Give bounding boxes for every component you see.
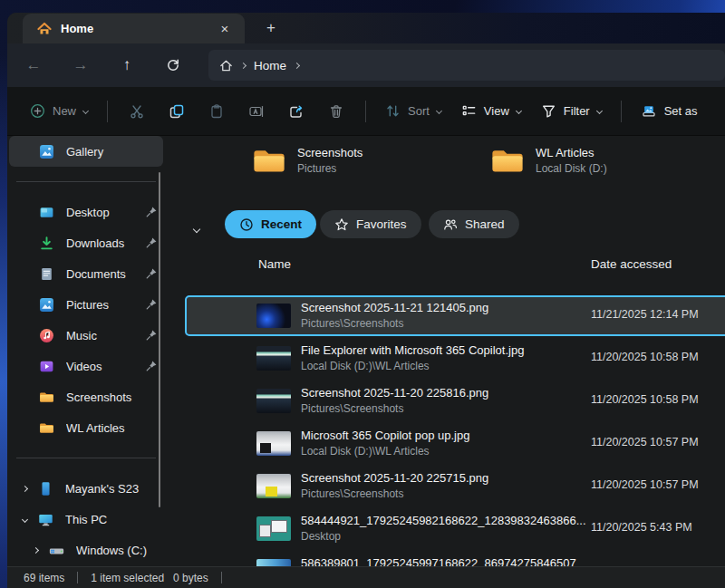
tab-recent[interactable]: Recent [225, 210, 316, 238]
forward-icon[interactable]: → [65, 51, 96, 80]
column-headers: Name Date accessed [181, 257, 725, 275]
share-icon[interactable] [276, 95, 316, 128]
file-thumbnail [256, 474, 291, 498]
sidebar-scrollbar[interactable] [159, 172, 160, 507]
file-row[interactable]: File Explorer with Microsoft 365 Copilot… [185, 338, 725, 379]
breadcrumb-home-icon[interactable] [219, 59, 233, 72]
plus-circle-icon [30, 103, 45, 119]
sort-icon [385, 103, 401, 119]
drive-icon [49, 543, 64, 558]
file-thumbnail [256, 516, 291, 541]
home-tab-icon [37, 22, 52, 36]
sidebar-item-documents[interactable]: Documents [9, 258, 163, 289]
sidebar-item-wl-articles[interactable]: WL Articles [9, 412, 163, 443]
set-as-button[interactable]: Set as [631, 95, 708, 128]
tile-location: Pictures [297, 162, 362, 175]
chevron-down-icon [516, 108, 522, 114]
chevron-down-icon [436, 108, 442, 114]
delete-icon[interactable] [316, 95, 356, 128]
expand-chevron-icon[interactable] [20, 487, 29, 491]
new-tab-button[interactable]: + [259, 16, 283, 40]
tile-location: Local Disk (D:) [536, 162, 607, 175]
expand-chevron-icon[interactable] [31, 548, 40, 553]
videos-icon [39, 359, 54, 374]
back-icon[interactable]: ← [18, 51, 49, 80]
rename-icon[interactable] [237, 95, 276, 128]
selection-count: 1 item selected [91, 572, 164, 584]
breadcrumb[interactable]: Home [208, 50, 725, 81]
sidebar-item-phone[interactable]: Mayank's S23 [9, 473, 163, 504]
file-row[interactable]: Microsoft 365 Copilot pop up.jpg Local D… [185, 423, 725, 464]
file-list: Screenshot 2025-11-21 121405.png Picture… [181, 295, 725, 566]
up-icon[interactable]: ↑ [111, 51, 142, 80]
file-row[interactable]: Screenshot 2025-11-20 225816.png Picture… [185, 381, 725, 421]
status-divider [221, 572, 222, 583]
clock-icon [239, 217, 254, 232]
file-explorer-window: Home × + ← → ↑ Home [7, 13, 725, 588]
toolbar-divider [365, 101, 366, 122]
tab-shared[interactable]: Shared [429, 210, 519, 238]
pin-icon [145, 267, 158, 280]
phone-icon [38, 481, 53, 496]
tab-home[interactable]: Home × [23, 14, 245, 43]
set-as-background-icon [641, 103, 657, 120]
breadcrumb-separator-icon[interactable] [294, 62, 300, 68]
sidebar-item-windows-c[interactable]: Windows (C:) [9, 535, 163, 565]
cut-icon[interactable] [117, 95, 157, 128]
pin-icon [145, 329, 158, 342]
sidebar-divider [16, 458, 156, 458]
gallery-icon [39, 144, 54, 159]
sidebar-item-desktop[interactable]: Desktop [9, 197, 163, 227]
sidebar-item-videos[interactable]: Videos [9, 351, 163, 381]
folder-tile-wl-articles[interactable]: WL Articles Local Disk (D:) [490, 140, 607, 180]
file-thumbnail [256, 304, 291, 328]
computer-icon [38, 512, 53, 527]
tile-name: Screenshots [297, 146, 362, 159]
pin-icon [145, 206, 158, 218]
item-count: 69 items [24, 572, 64, 584]
file-row[interactable]: Screenshot 2025-11-20 225715.png Picture… [185, 466, 725, 506]
folder-icon [252, 147, 286, 175]
toolbar-divider [621, 101, 622, 122]
paste-icon[interactable] [197, 95, 237, 128]
new-button[interactable]: New [20, 95, 98, 128]
status-bar: 69 items 1 item selected 0 bytes [7, 566, 725, 588]
star-icon [334, 217, 349, 232]
navigation-bar: ← → ↑ Home [7, 43, 725, 87]
command-bar: New [7, 87, 725, 136]
selection-size: 0 bytes [173, 572, 208, 584]
filter-button[interactable]: Filter [531, 95, 612, 128]
collapse-chevron-icon[interactable] [20, 517, 29, 522]
sidebar-item-downloads[interactable]: Downloads [9, 227, 163, 258]
sort-button[interactable]: Sort [375, 95, 451, 128]
tab-title: Home [61, 22, 205, 35]
file-row[interactable]: 584444921_17925245982168622_128398324638… [185, 508, 725, 549]
desktop-icon [39, 205, 54, 220]
file-thumbnail [256, 431, 291, 456]
column-header-name[interactable]: Name [258, 257, 291, 271]
refresh-icon[interactable] [158, 51, 188, 80]
breadcrumb-separator-icon [240, 62, 246, 68]
sidebar-item-music[interactable]: Music [9, 320, 163, 351]
file-thumbnail [256, 346, 291, 371]
folder-tile-screenshots[interactable]: Screenshots Pictures [252, 140, 362, 180]
content-pane: Screenshots Pictures WL Articles Local D… [181, 136, 725, 566]
section-collapse-icon[interactable] [194, 219, 199, 236]
toolbar-divider [107, 101, 108, 122]
music-icon [39, 328, 54, 343]
pin-icon [145, 236, 158, 249]
file-row[interactable]: 586389801_17925245997168622_869742758465… [185, 551, 725, 566]
copy-icon[interactable] [157, 95, 197, 128]
column-header-date-accessed[interactable]: Date accessed [591, 257, 672, 271]
sidebar-item-screenshots[interactable]: Screenshots [9, 381, 163, 412]
sidebar-item-pictures[interactable]: Pictures [9, 289, 163, 320]
tab-close-icon[interactable]: × [214, 18, 236, 40]
sidebar-item-gallery[interactable]: Gallery [9, 136, 163, 167]
sidebar-divider [16, 181, 156, 182]
tab-favorites[interactable]: Favorites [320, 210, 421, 238]
navigation-pane: Gallery Desktop [7, 136, 181, 566]
file-row[interactable]: Screenshot 2025-11-21 121405.png Picture… [185, 295, 725, 336]
breadcrumb-item-home[interactable]: Home [254, 59, 286, 72]
view-button[interactable]: View [451, 95, 531, 128]
sidebar-item-this-pc[interactable]: This PC [9, 504, 163, 535]
